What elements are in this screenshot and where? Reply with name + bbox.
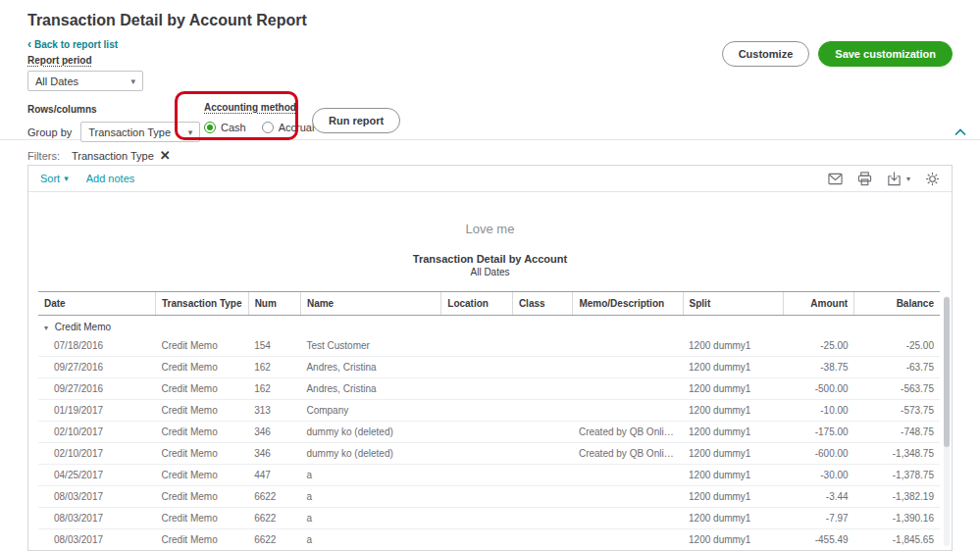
- accounting-method-label: Accounting method: [204, 102, 314, 113]
- table-cell: a: [300, 508, 440, 529]
- back-link[interactable]: ‹ Back to report list: [27, 39, 118, 50]
- table-cell: [512, 400, 573, 422]
- report-toolbar: Sort ▾ Add notes ▾: [28, 166, 952, 192]
- filter-chip-label: Transaction Type: [72, 150, 154, 162]
- table-cell: 09/27/2016: [38, 357, 155, 378]
- collapse-group-icon[interactable]: ▾: [44, 324, 48, 332]
- radio-unselected-icon: [262, 122, 274, 133]
- table-cell: [512, 508, 573, 529]
- table-row[interactable]: 08/03/2017Credit Memo6622a1200 dummy1-45…: [38, 529, 940, 551]
- table-cell: Credit Memo: [155, 465, 248, 486]
- print-icon[interactable]: [857, 172, 872, 186]
- column-header-date[interactable]: Date: [38, 292, 155, 316]
- accounting-method-group: Accounting method Cash Accrual: [204, 99, 314, 133]
- customize-button[interactable]: Customize: [722, 41, 810, 67]
- column-header-transaction-type[interactable]: Transaction Type: [155, 292, 248, 316]
- table-cell: -25.00: [784, 335, 854, 357]
- table-cell: 1200 dummy1: [683, 443, 784, 465]
- save-customization-button[interactable]: Save customization: [818, 41, 953, 67]
- filters-label: Filters:: [27, 150, 60, 162]
- table-cell: [512, 378, 573, 400]
- chevron-down-icon: ▾: [188, 127, 193, 137]
- back-chevron-icon: ‹: [27, 39, 31, 49]
- table-cell: -563.75: [854, 378, 940, 400]
- table-cell: 346: [248, 443, 300, 465]
- collapse-panel-button[interactable]: [954, 123, 966, 140]
- cash-radio[interactable]: Cash: [204, 122, 246, 133]
- table-cell: 1200 dummy1: [683, 400, 784, 422]
- table-cell: [441, 443, 513, 465]
- table-row[interactable]: 01/19/2017Credit Memo313Company1200 dumm…: [38, 400, 940, 422]
- table-cell: 1200 dummy1: [683, 486, 784, 508]
- export-icon[interactable]: [887, 172, 902, 186]
- column-header-amount[interactable]: Amount: [784, 292, 854, 316]
- table-cell: Andres, Cristina: [300, 378, 440, 400]
- table-cell: Credit Memo: [155, 357, 248, 378]
- column-header-balance[interactable]: Balance: [854, 292, 940, 316]
- table-cell: -63.75: [854, 357, 940, 378]
- table-cell: 08/03/2017: [38, 529, 155, 551]
- sort-menu[interactable]: Sort ▾: [40, 173, 69, 184]
- report-table-body: ▾ Credit Memo 07/18/2016Credit Memo154Te…: [38, 316, 940, 551]
- column-header-name[interactable]: Name: [300, 292, 440, 316]
- table-row[interactable]: 02/10/2017Credit Memo346dummy ko (delete…: [38, 422, 940, 443]
- report-period-select[interactable]: All Dates ▾: [27, 71, 143, 91]
- table-cell: Company: [300, 400, 440, 422]
- table-cell: -455.49: [784, 529, 854, 551]
- report-card: Sort ▾ Add notes ▾ Love me Transaction D…: [27, 165, 953, 551]
- table-cell: 346: [248, 422, 300, 443]
- table-row[interactable]: 09/27/2016Credit Memo162Andres, Cristina…: [38, 357, 940, 378]
- radio-selected-icon: [204, 122, 216, 133]
- table-cell: 08/03/2017: [38, 486, 155, 508]
- table-cell: -7.97: [784, 508, 854, 529]
- vertical-scrollbar[interactable]: [944, 296, 950, 546]
- report-title: Transaction Detail by Account: [28, 253, 952, 265]
- table-row[interactable]: 07/18/2016Credit Memo154Test Customer120…: [38, 335, 940, 357]
- chevron-down-icon[interactable]: ▾: [906, 175, 910, 183]
- table-cell: Credit Memo: [155, 335, 248, 357]
- table-cell: -38.75: [784, 357, 854, 378]
- table-cell: Created by QB Online to adjust ...: [573, 422, 683, 443]
- table-row[interactable]: 08/03/2017Credit Memo6622a1200 dummy1-7.…: [38, 508, 940, 529]
- table-cell: [512, 529, 573, 551]
- table-cell: dummy ko (deleted): [300, 443, 440, 465]
- filter-chip[interactable]: Transaction Type ✕: [72, 150, 171, 162]
- table-row[interactable]: 08/03/2017Credit Memo6622a1200 dummy1-3.…: [38, 486, 940, 508]
- table-cell: -175.00: [784, 422, 854, 443]
- group-by-value: Transaction Type: [88, 126, 171, 138]
- table-cell: [512, 465, 573, 486]
- column-header-class[interactable]: Class: [512, 292, 573, 316]
- table-row[interactable]: 02/10/2017Credit Memo346dummy ko (delete…: [38, 443, 940, 465]
- scrollbar-thumb[interactable]: [944, 297, 950, 447]
- email-icon[interactable]: [828, 172, 843, 186]
- accrual-radio[interactable]: Accrual: [262, 122, 315, 133]
- table-cell: -1,382.19: [854, 486, 940, 508]
- column-header-num[interactable]: Num: [248, 292, 300, 316]
- back-link-label: Back to report list: [34, 39, 118, 50]
- table-cell: [573, 465, 683, 486]
- group-header-row[interactable]: ▾ Credit Memo: [38, 316, 940, 336]
- add-notes-link[interactable]: Add notes: [86, 173, 135, 184]
- table-cell: -25.00: [854, 335, 940, 357]
- table-cell: -573.75: [854, 400, 940, 422]
- table-row[interactable]: 04/25/2017Credit Memo447a1200 dummy1-30.…: [38, 465, 940, 486]
- table-row[interactable]: 09/27/2016Credit Memo162Andres, Cristina…: [38, 378, 940, 400]
- table-cell: Created by QB Online to adjust ...: [573, 443, 683, 465]
- report-header: Transaction Detail by Account Report ‹ B…: [0, 0, 980, 91]
- table-cell: 162: [248, 357, 300, 378]
- header-actions: Customize Save customization: [722, 41, 953, 67]
- table-cell: -10.00: [784, 400, 854, 422]
- column-header-memo[interactable]: Memo/Description: [573, 292, 683, 316]
- table-cell: [441, 378, 513, 400]
- group-by-select[interactable]: Transaction Type ▾: [80, 122, 200, 142]
- table-cell: -3.44: [784, 486, 854, 508]
- report-heading: Love me Transaction Detail by Account Al…: [28, 222, 952, 277]
- run-report-button[interactable]: Run report: [312, 108, 400, 133]
- column-header-split[interactable]: Split: [683, 292, 784, 316]
- remove-filter-icon[interactable]: ✕: [160, 151, 171, 161]
- table-cell: -600.00: [784, 443, 854, 465]
- table-cell: 6622: [248, 529, 300, 551]
- settings-gear-icon[interactable]: [925, 172, 940, 186]
- table-cell: [573, 357, 683, 378]
- column-header-location[interactable]: Location: [441, 292, 513, 316]
